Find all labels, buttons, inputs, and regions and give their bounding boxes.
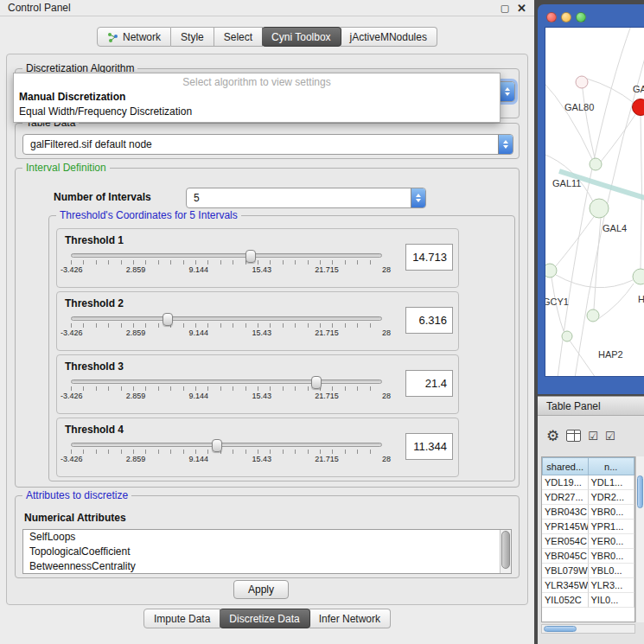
axis-label: 21.715: [315, 328, 339, 337]
table-cell[interactable]: YIL052C: [542, 593, 589, 608]
table-cell[interactable]: YPR145W: [542, 520, 589, 534]
table-columns-icon[interactable]: [566, 430, 581, 442]
threshold-value-field[interactable]: 14.713: [405, 244, 453, 271]
threshold-slider[interactable]: -3.426 2.859 9.144 15.43 21.715 28: [71, 253, 382, 274]
table-row[interactable]: YER054C YER0...: [542, 534, 634, 549]
tab-infer-network[interactable]: Infer Network: [309, 609, 391, 628]
axis-label: 15.43: [252, 328, 271, 337]
axis-label: 28: [382, 392, 391, 400]
select-all-checkbox-icon[interactable]: ☑: [588, 430, 598, 442]
table-cell[interactable]: YDL1...: [589, 475, 635, 490]
table-row[interactable]: YDR27... YDR2...: [542, 490, 634, 505]
table-data-combobox[interactable]: galFiltered.sif default node: [22, 134, 513, 155]
axis-label: 9.144: [189, 455, 209, 463]
table-cell[interactable]: YBL0...: [589, 564, 635, 578]
numerical-attributes-list[interactable]: SelfLoops TopologicalCoefficient Between…: [22, 529, 512, 574]
tab-discretize-data[interactable]: Discretize Data: [220, 609, 309, 628]
table-cell[interactable]: YLR3...: [589, 578, 635, 593]
table-row[interactable]: YBL079W YBL0...: [542, 564, 634, 578]
network-node[interactable]: [576, 76, 588, 88]
list-scrollbar[interactable]: [500, 530, 511, 573]
table-row[interactable]: YIL052C YIL0...: [542, 593, 634, 608]
slider-thumb[interactable]: [311, 376, 322, 389]
slider-thumb[interactable]: [212, 439, 222, 452]
float-window-icon[interactable]: ▢: [501, 3, 509, 13]
table-cell[interactable]: YBR045C: [542, 549, 589, 564]
table-cell[interactable]: YBR043C: [542, 505, 589, 520]
scrollbar-thumb[interactable]: [637, 475, 643, 508]
tab-label: Style: [181, 31, 204, 43]
axis-label: 2.859: [126, 455, 146, 463]
table-cell[interactable]: YDR2...: [589, 490, 635, 505]
table-cell[interactable]: YER0...: [589, 534, 635, 549]
network-node[interactable]: [590, 199, 609, 218]
scrollbar-thumb[interactable]: [501, 531, 510, 569]
threshold-value-field[interactable]: 21.4: [405, 370, 453, 397]
network-node[interactable]: [633, 269, 644, 284]
network-node[interactable]: [587, 309, 599, 322]
gear-icon[interactable]: ⚙: [546, 429, 559, 443]
table-cell[interactable]: YER054C: [542, 534, 589, 549]
table-row[interactable]: YPR145W YPR1...: [542, 520, 634, 534]
table-cell[interactable]: YDL19...: [542, 475, 589, 490]
network-node[interactable]: [590, 158, 602, 170]
table-row[interactable]: YDL19... YDL1...: [542, 475, 634, 490]
network-node-highlighted[interactable]: [633, 99, 644, 116]
close-icon[interactable]: ✕: [517, 3, 526, 14]
bottom-tab-bar: Impute Data Discretize Data Infer Networ…: [0, 609, 534, 628]
table-data-group: Table Data galFiltered.sif default node: [15, 123, 520, 159]
thresholds-group: Threshold's Coordinates for 5 Intervals …: [48, 215, 515, 481]
table-cell[interactable]: YBL079W: [542, 564, 589, 578]
control-panel-titlebar: Control Panel ▢ ✕: [0, 0, 534, 16]
tab-impute-data[interactable]: Impute Data: [143, 609, 220, 628]
tab-jactivemnodules[interactable]: jActiveMNodules: [341, 27, 437, 47]
slider-track[interactable]: [71, 379, 382, 384]
table-cell[interactable]: YLR345W: [542, 578, 589, 593]
threshold-slider[interactable]: -3.426 2.859 9.144 15.43 21.715 28: [71, 443, 382, 463]
apply-button[interactable]: Apply: [233, 580, 289, 599]
table-cell[interactable]: YBR0...: [589, 505, 635, 520]
close-traffic-light-icon[interactable]: [546, 12, 557, 22]
tab-network[interactable]: Network: [97, 27, 171, 47]
table-vertical-scrollbar[interactable]: [635, 456, 644, 622]
table-horizontal-scrollbar[interactable]: [541, 624, 635, 634]
threshold-panel: Threshold 3 -3.426 2.859 9.144 15.43 21.…: [56, 354, 459, 414]
minimize-traffic-light-icon[interactable]: [561, 12, 571, 22]
slider-track[interactable]: [71, 316, 382, 321]
slider-track[interactable]: [71, 253, 382, 258]
slider-track[interactable]: [71, 443, 382, 447]
table-row[interactable]: YBR045C YBR0...: [542, 549, 634, 564]
tab-select[interactable]: Select: [214, 27, 263, 47]
axis-label: 2.859: [126, 392, 146, 400]
list-item[interactable]: BetweennessCentrality: [23, 559, 511, 574]
scrollbar-thumb[interactable]: [544, 626, 577, 632]
tab-cyni-toolbox[interactable]: Cyni Toolbox: [262, 27, 341, 47]
table-cell[interactable]: YIL0...: [589, 593, 635, 608]
dropdown-option-manual-discretization[interactable]: Manual Discretization: [14, 90, 500, 105]
number-of-intervals-combobox[interactable]: 5: [186, 188, 426, 208]
threshold-slider[interactable]: -3.426 2.859 9.144 15.43 21.715 28: [71, 316, 382, 337]
column-header[interactable]: shared...: [542, 457, 589, 475]
tab-style[interactable]: Style: [171, 27, 214, 47]
zoom-traffic-light-icon[interactable]: [576, 12, 586, 22]
slider-thumb[interactable]: [163, 313, 173, 326]
table-cell[interactable]: YDR27...: [542, 490, 589, 505]
slider-thumb[interactable]: [245, 250, 256, 263]
table-row[interactable]: YLR345W YLR3...: [542, 578, 634, 593]
network-node[interactable]: [545, 264, 557, 277]
dropdown-option-equal-width-frequency[interactable]: Equal Width/Frequency Discretization: [14, 105, 500, 119]
node-table[interactable]: shared... n... YDL19... YDL1... YDR27...…: [541, 456, 635, 622]
threshold-value-field[interactable]: 6.316: [405, 307, 453, 334]
list-item[interactable]: TopologicalCoefficient: [23, 545, 511, 559]
table-cell[interactable]: YPR1...: [589, 520, 635, 534]
list-item[interactable]: SelfLoops: [23, 530, 511, 545]
select-none-checkbox-icon[interactable]: ☑: [605, 430, 615, 442]
threshold-value-field[interactable]: 11.344: [405, 433, 453, 460]
network-canvas[interactable]: GAL80 GAL11 GAL4 GCY1 HAP2 GA H: [545, 27, 644, 377]
axis-label: 28: [382, 265, 391, 274]
table-row[interactable]: YBR043C YBR0...: [542, 505, 634, 520]
threshold-slider[interactable]: -3.426 2.859 9.144 15.43 21.715 28: [71, 379, 382, 400]
network-node[interactable]: [562, 331, 572, 341]
table-cell[interactable]: YBR0...: [589, 549, 635, 564]
column-header[interactable]: n...: [589, 457, 635, 475]
